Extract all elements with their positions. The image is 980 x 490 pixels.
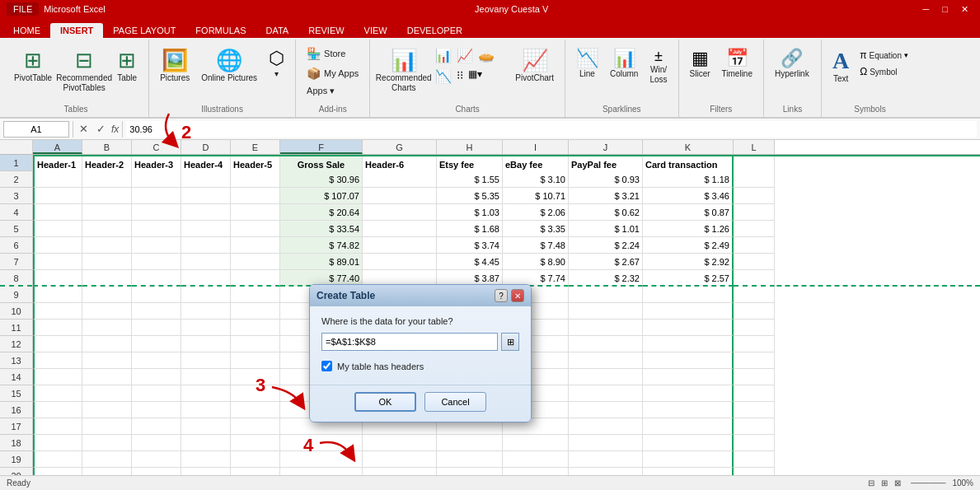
- cell[interactable]: [33, 336, 82, 352]
- cell[interactable]: [181, 451, 231, 468]
- maximize-btn[interactable]: □: [937, 4, 953, 15]
- my-apps-button[interactable]: 📦 My Apps: [302, 64, 363, 82]
- dialog-close-btn[interactable]: ✕: [511, 289, 524, 302]
- cell[interactable]: [181, 435, 231, 451]
- confirm-formula-btn[interactable]: ✓: [94, 123, 108, 135]
- cell[interactable]: [643, 385, 734, 402]
- cell[interactable]: [437, 468, 503, 475]
- cell[interactable]: [231, 171, 280, 188]
- row-header-4[interactable]: 4: [0, 204, 32, 221]
- scatter-chart-btn[interactable]: ⁝⁝: [455, 67, 465, 86]
- cell[interactable]: [734, 254, 775, 270]
- cell[interactable]: [33, 468, 82, 475]
- line-sparkline-button[interactable]: 📉 Line: [572, 44, 603, 88]
- cell[interactable]: [82, 468, 132, 475]
- row-header-19[interactable]: 19: [0, 451, 32, 468]
- column-sparkline-button[interactable]: 📊 Column: [606, 44, 642, 88]
- cell[interactable]: [33, 435, 82, 451]
- dialog-collapse-btn[interactable]: ⊞: [501, 333, 519, 351]
- cell[interactable]: [437, 451, 503, 468]
- dialog-ok-btn[interactable]: OK: [354, 392, 416, 412]
- cell[interactable]: [33, 352, 82, 369]
- cell[interactable]: [363, 254, 437, 270]
- cell[interactable]: [33, 385, 82, 402]
- cell[interactable]: [569, 468, 643, 475]
- cell[interactable]: [181, 336, 231, 352]
- cell[interactable]: [132, 237, 181, 254]
- cell[interactable]: [734, 221, 775, 237]
- cell[interactable]: [132, 369, 181, 385]
- recommended-pivot-button[interactable]: ⊟ Recommended PivotTables: [59, 44, 109, 96]
- cell[interactable]: [231, 352, 280, 369]
- equation-button[interactable]: π Equation ▾: [856, 48, 912, 63]
- cell[interactable]: [132, 418, 181, 435]
- row-header-9[interactable]: 9: [0, 287, 32, 303]
- cell[interactable]: [82, 254, 132, 270]
- cell[interactable]: $ 3.21: [569, 188, 643, 204]
- col-header-j[interactable]: J: [569, 140, 643, 154]
- col-header-h[interactable]: H: [437, 140, 503, 154]
- cell[interactable]: [643, 336, 734, 352]
- tab-review[interactable]: REVIEW: [298, 23, 354, 38]
- tab-data[interactable]: DATA: [256, 23, 298, 38]
- cell[interactable]: [643, 468, 734, 475]
- cell[interactable]: [33, 188, 82, 204]
- cell[interactable]: $ 0.62: [569, 204, 643, 221]
- cell[interactable]: $ 2.92: [643, 254, 734, 270]
- cell[interactable]: [181, 352, 231, 369]
- cell[interactable]: [33, 237, 82, 254]
- cell[interactable]: [643, 352, 734, 369]
- cell[interactable]: [82, 287, 132, 303]
- cell[interactable]: [132, 171, 181, 188]
- cell[interactable]: [82, 221, 132, 237]
- cell[interactable]: [734, 171, 775, 188]
- dialog-cancel-btn[interactable]: Cancel: [424, 392, 486, 412]
- cell[interactable]: $ 1.18: [643, 171, 734, 188]
- cell-f1[interactable]: Gross Sale: [280, 156, 363, 173]
- cell[interactable]: [132, 270, 181, 287]
- cell[interactable]: [33, 418, 82, 435]
- other-chart-btn[interactable]: ▦▾: [467, 67, 484, 86]
- pivot-chart-button[interactable]: 📈 PivotChart: [511, 44, 558, 86]
- cell[interactable]: [503, 451, 569, 468]
- cell[interactable]: [82, 171, 132, 188]
- dialog-headers-checkbox[interactable]: [321, 361, 332, 371]
- cell[interactable]: [280, 451, 363, 468]
- cell[interactable]: [734, 320, 775, 336]
- cell[interactable]: [33, 204, 82, 221]
- cell[interactable]: [734, 352, 775, 369]
- cell[interactable]: $ 0.87: [643, 204, 734, 221]
- col-header-e[interactable]: E: [231, 140, 280, 154]
- row-header-8[interactable]: 8: [0, 270, 32, 287]
- cell[interactable]: [231, 418, 280, 435]
- tab-home[interactable]: HOME: [3, 23, 50, 38]
- cell[interactable]: [363, 204, 437, 221]
- cell[interactable]: [569, 402, 643, 418]
- create-table-dialog[interactable]: Create Table ? ✕ Where is the data for y…: [309, 284, 532, 422]
- win-loss-button[interactable]: ± Win/Loss: [645, 44, 671, 88]
- text-button[interactable]: A Text: [828, 44, 853, 86]
- cell[interactable]: [643, 435, 734, 451]
- view-pagebreak[interactable]: ⊠: [894, 478, 901, 488]
- cell[interactable]: [643, 320, 734, 336]
- row-header-2[interactable]: 2: [0, 171, 32, 188]
- cell[interactable]: [643, 303, 734, 320]
- cell[interactable]: [569, 352, 643, 369]
- cancel-formula-btn[interactable]: ✕: [77, 123, 91, 135]
- col-header-i[interactable]: I: [503, 140, 569, 154]
- dialog-range-input[interactable]: [321, 333, 498, 351]
- cell[interactable]: $ 0.93: [569, 171, 643, 188]
- cell[interactable]: $ 5.35: [437, 188, 503, 204]
- cell[interactable]: [82, 385, 132, 402]
- cell[interactable]: [734, 369, 775, 385]
- col-header-d[interactable]: D: [181, 140, 231, 154]
- cell-e1[interactable]: Header-5: [231, 156, 280, 173]
- minimize-btn[interactable]: ─: [918, 4, 935, 15]
- table-button[interactable]: ⊞ Table: [112, 44, 142, 96]
- online-pictures-button[interactable]: 🌐 Online Pictures: [197, 44, 261, 86]
- cell[interactable]: [33, 287, 82, 303]
- symbol-button[interactable]: Ω Symbol: [856, 64, 912, 79]
- close-btn[interactable]: ✕: [956, 4, 973, 15]
- cell[interactable]: [231, 468, 280, 475]
- line-chart-btn[interactable]: 📈: [455, 46, 475, 65]
